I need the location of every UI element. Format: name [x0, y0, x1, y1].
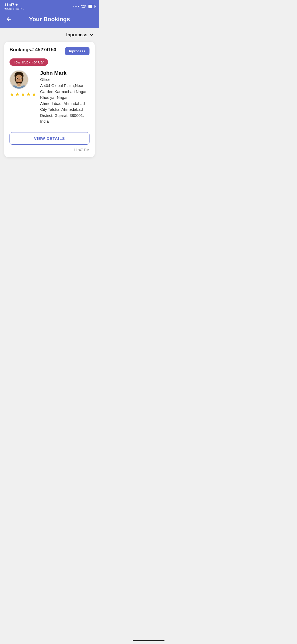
- back-arrow-icon[interactable]: [5, 16, 13, 23]
- star-1: ★: [10, 91, 14, 98]
- filter-label: Inprocess: [66, 32, 87, 38]
- location-icon: [15, 3, 18, 6]
- star-4: ★: [26, 91, 31, 98]
- battery-icon: [88, 5, 95, 8]
- signal-indicator: [73, 6, 79, 7]
- battery-fill: [88, 5, 92, 8]
- star-2: ★: [15, 91, 20, 98]
- dot-2: [75, 6, 76, 7]
- status-left: 11:47 ◀ CubeTowTr...: [4, 2, 24, 10]
- card-header: Bookings# 45274150 Inprocess: [10, 47, 89, 55]
- service-tag: Tow Truck For Car: [10, 58, 48, 66]
- provider-name: John Mark: [40, 70, 89, 76]
- location-type: Office: [40, 77, 89, 82]
- svg-point-7: [17, 78, 18, 79]
- avatar-container: ★ ★ ★ ★ ★: [10, 70, 36, 100]
- time-display: 11:47: [4, 2, 14, 7]
- back-button[interactable]: [5, 16, 13, 23]
- avatar-image: [10, 70, 28, 89]
- status-bar: 11:47 ◀ CubeTowTr...: [0, 0, 99, 12]
- star-rating: ★ ★ ★ ★ ★: [10, 91, 36, 98]
- app-name-display: ◀ CubeTowTr...: [4, 7, 24, 10]
- filter-chevron-icon[interactable]: [89, 33, 94, 37]
- back-triangle: ◀: [4, 7, 6, 10]
- provider-info: John Mark Office A 404 Global Plaza,Near…: [40, 70, 89, 125]
- page-header: Your Bookings: [0, 12, 99, 28]
- status-badge: Inprocess: [65, 47, 89, 55]
- filter-row: Inprocess: [0, 28, 99, 41]
- page-title: Your Bookings: [29, 16, 70, 23]
- provider-section: ★ ★ ★ ★ ★ John Mark Office A 404 Global …: [10, 70, 89, 125]
- dot-1: [73, 6, 74, 7]
- view-details-button[interactable]: VIEW DETAILS: [10, 132, 89, 145]
- booking-timestamp: 11:47 PM: [10, 148, 89, 152]
- dot-3: [76, 6, 77, 7]
- link-icon: [81, 5, 86, 8]
- dot-4: [78, 6, 79, 7]
- star-3: ★: [21, 91, 25, 98]
- booking-card: Bookings# 45274150 Inprocess Tow Truck F…: [4, 42, 95, 157]
- status-time: 11:47: [4, 2, 24, 7]
- card-divider: [4, 129, 95, 129]
- avatar: [10, 70, 29, 89]
- svg-point-8: [21, 78, 22, 79]
- star-5: ★: [32, 91, 36, 98]
- provider-address: A 404 Global Plaza,Near Garden Karmachar…: [40, 83, 89, 125]
- app-name-text: CubeTowTr...: [7, 7, 24, 10]
- booking-id: Bookings# 45274150: [10, 47, 56, 53]
- status-right: [73, 5, 95, 8]
- svg-rect-9: [17, 83, 20, 86]
